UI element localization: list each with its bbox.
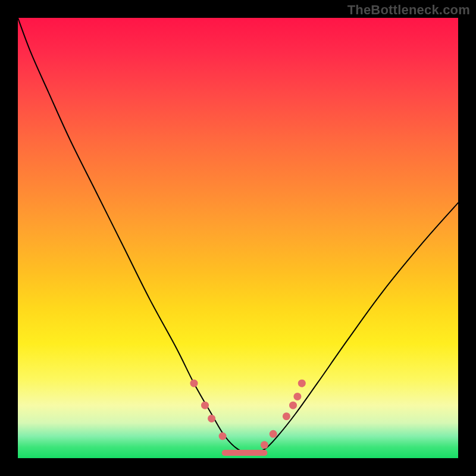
data-marker: [219, 433, 227, 440]
bottleneck-curve: [18, 18, 458, 454]
data-marker: [289, 402, 297, 409]
data-marker: [208, 415, 215, 422]
curve-group: [18, 18, 458, 454]
chart-frame: TheBottleneck.com: [0, 0, 476, 476]
data-marker: [298, 380, 306, 387]
data-marker: [261, 441, 268, 449]
data-marker: [201, 402, 209, 409]
data-marker: [190, 380, 198, 387]
plot-area: [18, 18, 458, 458]
chart-svg: [18, 18, 458, 458]
data-marker: [270, 430, 277, 438]
watermark-text: TheBottleneck.com: [347, 2, 470, 18]
data-marker: [283, 412, 290, 420]
marker-group: [190, 380, 306, 449]
data-marker: [293, 393, 301, 400]
